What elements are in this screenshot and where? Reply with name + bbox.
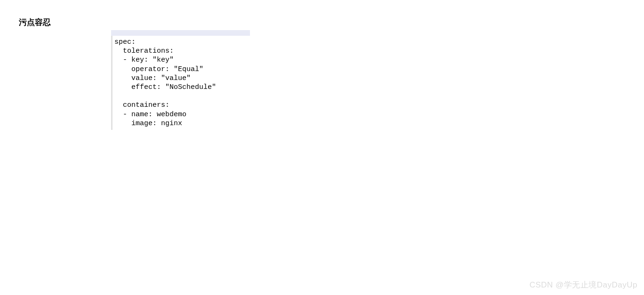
section-heading: 污点容忍	[19, 17, 51, 28]
code-block: spec: tolerations: - key: "key" operator…	[111, 36, 250, 130]
code-container: spec: tolerations: - key: "key" operator…	[111, 30, 250, 130]
code-header-bar	[111, 30, 250, 36]
watermark: CSDN @学无止境DayDayUp	[530, 279, 637, 290]
